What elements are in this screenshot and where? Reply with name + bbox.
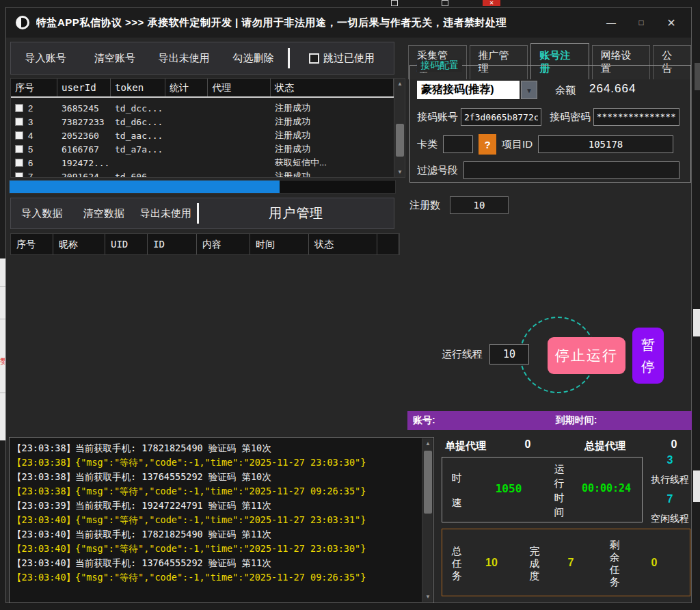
log-lines: 【23:03:38】当前获取手机: 17821825490 验证码 第10次【2…: [12, 441, 421, 601]
row-checkbox[interactable]: [15, 145, 23, 153]
background-window-close-icon: ✕: [483, 0, 500, 6]
row-index-cell: 6: [11, 158, 57, 168]
row-checkbox[interactable]: [15, 104, 23, 112]
table-row[interactable]: 23685245td_dcc...注册成功: [11, 101, 394, 115]
accounts-toolbar-button[interactable]: 勾选删除: [219, 52, 288, 65]
card-type-label: 卡类: [417, 138, 438, 151]
idle-threads-label: 空闲线程: [651, 513, 689, 525]
sms-account-input[interactable]: [461, 108, 541, 126]
maximize-button[interactable]: □: [635, 18, 647, 27]
help-button[interactable]: ?: [479, 134, 496, 155]
sms-password-label: 接码密码: [550, 111, 591, 124]
status-cell: 注册成功: [271, 116, 394, 128]
window-title: 特盐APP私信协议 >>> 承接软件定制开发 | 请勿用于非法用途，一切后果与作…: [36, 16, 507, 29]
single-agent-label: 单提代理: [445, 440, 486, 453]
row-checkbox[interactable]: [15, 118, 23, 126]
background-patch: [695, 63, 700, 90]
scroll-down-icon[interactable]: ▼: [394, 167, 405, 177]
row-checkbox[interactable]: [15, 131, 23, 140]
status-cell: 注册成功: [271, 143, 394, 155]
progress-bar-fill: [10, 181, 280, 193]
run-threads-label: 运行线程: [442, 348, 483, 361]
log-line: 【23:03:40】当前获取手机: 17821825490 验证码 第11次: [12, 527, 421, 542]
exec-threads-value: 3: [667, 454, 673, 466]
register-count-input[interactable]: [450, 196, 509, 214]
accounts-toolbar-buttons: 导入账号清空账号导出未使用勾选删除: [11, 52, 288, 65]
filter-input[interactable]: [463, 161, 679, 179]
window-controls: — □ ✕: [605, 16, 682, 29]
row-index: 3: [28, 117, 33, 127]
scrollbar-thumb[interactable]: [424, 451, 432, 514]
filter-row: 过滤号段: [417, 161, 679, 179]
log-line: 【23:03:39】当前获取手机: 19247224791 验证码 第11次: [12, 499, 421, 513]
log-panel[interactable]: 【23:03:38】当前获取手机: 17821825490 验证码 第10次【2…: [9, 437, 434, 603]
card-type-row: 卡类 ? 项目ID: [417, 134, 673, 155]
userid-cell: 6166767: [57, 144, 111, 155]
runtime-value: 00:00:24: [574, 482, 639, 494]
scroll-up-icon[interactable]: ▲: [394, 79, 405, 89]
accounts-toolbar-button[interactable]: 导出未使用: [150, 52, 219, 65]
row-index-cell: 4: [11, 131, 57, 141]
log-scrollbar[interactable]: ▲ ▼: [422, 438, 433, 602]
log-line: 【23:03:40】{"msg":"等待","code":-1,"time":"…: [12, 570, 421, 585]
log-line: 【23:03:38】当前获取手机: 13764555292 验证码 第10次: [12, 470, 421, 484]
token-cell: td_d6c...: [111, 117, 165, 127]
data-toolbar-button[interactable]: 导入数据: [11, 207, 73, 220]
license-account-label: 账号:: [413, 414, 435, 427]
data-toolbar-button[interactable]: 清空数据: [73, 207, 135, 220]
skip-used-checkbox-group[interactable]: 跳过已使用: [290, 52, 394, 65]
sms-password-input[interactable]: [593, 108, 679, 126]
title-bar: 特盐APP私信协议 >>> 承接软件定制开发 | 请勿用于非法用途，一切后果与作…: [6, 8, 691, 38]
thread-stats: 3 执行线程 7 空闲线程: [646, 454, 694, 525]
speed-value: 1050: [478, 482, 539, 495]
skip-used-checkbox[interactable]: [309, 53, 319, 64]
scroll-down-icon[interactable]: ▼: [422, 592, 433, 602]
background-window-sliver: 赞: [0, 258, 5, 440]
project-id-input[interactable]: [538, 135, 673, 153]
close-button[interactable]: ✕: [665, 16, 677, 29]
accounts-toolbar-button[interactable]: 导入账号: [11, 52, 80, 65]
card-type-input[interactable]: [443, 135, 473, 153]
status-cell: 获取短信中...: [271, 157, 394, 169]
user-manage-button[interactable]: 用户管理: [199, 204, 394, 222]
table-row[interactable]: 72091624td_606注册成功: [11, 170, 394, 177]
stop-run-button[interactable]: 停止运行: [548, 337, 625, 374]
table-row[interactable]: 56166767td_a7a...注册成功: [11, 142, 394, 156]
background-window-minimize-icon: [391, 0, 398, 6]
run-threads-row: 运行线程: [442, 344, 529, 364]
row-checkbox[interactable]: [15, 159, 23, 167]
status-cell: 注册成功: [271, 170, 394, 177]
run-threads-input[interactable]: [489, 344, 529, 364]
scrollbar-thumb[interactable]: [396, 124, 404, 157]
single-agent-value: 0: [517, 438, 538, 451]
table-row[interactable]: 6192472...获取短信中...: [11, 156, 394, 170]
app-logo-icon: [16, 16, 29, 29]
row-index: 6: [28, 158, 33, 168]
row-index-cell: 2: [11, 103, 57, 114]
app-window: 特盐APP私信协议 >>> 承接软件定制开发 | 请勿用于非法用途，一切后果与作…: [5, 7, 692, 603]
sms-provider-select[interactable]: 豪猪接码(推荐): [417, 81, 520, 99]
row-checkbox[interactable]: [15, 172, 23, 177]
row-index: 5: [28, 144, 33, 155]
chevron-down-icon[interactable]: ▼: [521, 81, 537, 99]
log-line: 【23:03:40】{"msg":"等待","code":-1,"time":"…: [12, 513, 421, 527]
accounts-table-scrollbar[interactable]: ▲ ▼: [394, 79, 405, 177]
table-row[interactable]: 373827233td_d6c...注册成功: [11, 115, 394, 129]
token-cell: td_a7a...: [111, 144, 165, 155]
done-tasks-label: 完成度: [528, 545, 541, 582]
log-line: 【23:03:38】{"msg":"等待","code":-1,"time":"…: [12, 484, 421, 499]
column-header: token: [111, 79, 165, 96]
data-toolbar-button[interactable]: 导出未使用: [135, 207, 197, 220]
sms-config-group: 接码配置 豪猪接码(推荐) ▼ 余额 264.664 接码账号 接码密码 卡类 …: [409, 65, 691, 183]
pause-button[interactable]: 暂停: [632, 328, 664, 384]
remain-tasks-value: 0: [642, 557, 667, 569]
minimize-button[interactable]: —: [605, 17, 617, 28]
column-header: [377, 234, 399, 254]
speed-stats-box: 时速 1050 运行时间 00:00:24: [442, 457, 643, 522]
userid-cell: 3685245: [57, 103, 111, 114]
accounts-toolbar-button[interactable]: 清空账号: [80, 52, 149, 65]
table-row[interactable]: 42052360td_aac...注册成功: [11, 129, 394, 142]
row-index-cell: 3: [11, 117, 57, 127]
userid-cell: 2091624: [57, 172, 111, 178]
scroll-up-icon[interactable]: ▲: [422, 438, 433, 449]
